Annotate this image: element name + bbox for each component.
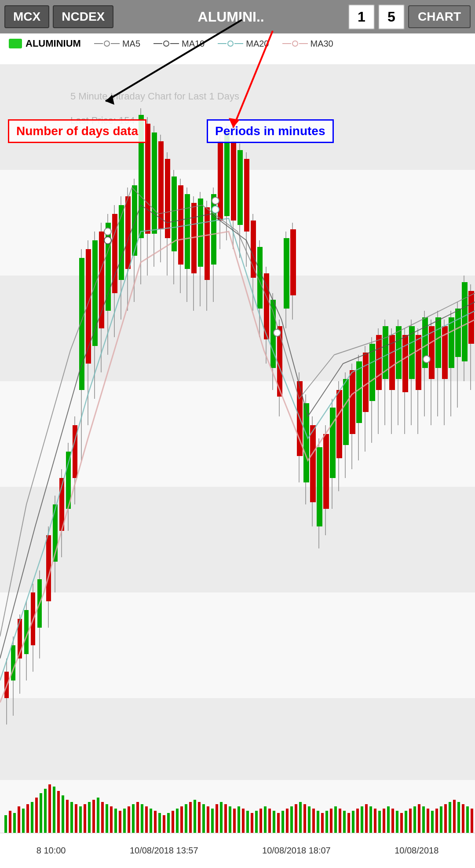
svg-rect-225 [339, 809, 341, 833]
svg-rect-74 [224, 132, 230, 216]
ma30-legend: MA30 [282, 39, 333, 49]
svg-rect-44 [125, 196, 131, 269]
time-label-3: 10/08/2018 [395, 846, 438, 856]
svg-rect-215 [295, 804, 297, 833]
ncdex-button[interactable]: NCDEX [53, 5, 113, 28]
svg-rect-66 [198, 199, 203, 267]
red-annotation-box: Number of days data [8, 119, 146, 143]
mcx-button[interactable]: MCX [4, 5, 49, 28]
svg-rect-5 [0, 592, 475, 698]
legend-row: ALUMINIUM MA5 MA10 MA20 [0, 33, 475, 54]
svg-rect-158 [44, 789, 47, 833]
svg-rect-235 [383, 809, 385, 833]
svg-rect-204 [246, 811, 249, 833]
svg-rect-138 [435, 317, 441, 368]
chart-title: 5 Minute Intraday Chart for Last 1 Days [70, 91, 239, 102]
svg-rect-228 [352, 811, 354, 833]
svg-rect-161 [57, 791, 60, 833]
volume-area [0, 780, 475, 833]
time-label-1: 10/08/2018 13:57 [130, 846, 198, 856]
red-annotation-text: Number of days data [16, 124, 138, 138]
svg-rect-94 [290, 229, 296, 295]
svg-rect-102 [317, 447, 322, 526]
svg-rect-92 [284, 238, 289, 309]
svg-rect-169 [92, 800, 95, 833]
ma10-label: MA10 [182, 39, 205, 49]
ma30-label: MA30 [311, 39, 333, 49]
svg-rect-248 [440, 806, 442, 833]
volume-chart [0, 780, 475, 833]
svg-rect-197 [216, 804, 218, 833]
svg-rect-173 [110, 806, 113, 833]
svg-rect-247 [435, 809, 438, 833]
svg-rect-166 [79, 806, 82, 833]
svg-rect-168 [88, 802, 91, 833]
svg-rect-180 [141, 804, 143, 833]
svg-rect-144 [455, 309, 461, 357]
svg-rect-181 [145, 806, 148, 833]
svg-rect-162 [62, 795, 64, 833]
svg-rect-231 [365, 804, 368, 833]
svg-rect-170 [97, 798, 99, 833]
svg-rect-234 [378, 811, 381, 833]
svg-rect-80 [244, 159, 249, 232]
svg-rect-221 [321, 813, 324, 833]
ma20-line [218, 40, 243, 47]
svg-rect-62 [185, 194, 190, 269]
svg-rect-159 [48, 784, 51, 833]
svg-rect-254 [466, 806, 469, 833]
periods-value[interactable]: 5 [378, 4, 405, 29]
svg-rect-240 [405, 811, 407, 833]
svg-rect-186 [167, 813, 170, 833]
svg-rect-112 [350, 370, 355, 434]
svg-rect-176 [123, 809, 126, 833]
svg-rect-211 [277, 813, 280, 833]
svg-rect-156 [35, 798, 38, 833]
ma-circle-3 [212, 206, 219, 213]
chart-button[interactable]: CHART [408, 5, 471, 28]
svg-rect-243 [418, 804, 420, 833]
svg-rect-239 [400, 813, 403, 833]
svg-rect-128 [402, 335, 408, 392]
ma-circle-5 [274, 329, 281, 336]
ma-circle-2 [104, 228, 111, 235]
svg-rect-154 [26, 804, 29, 833]
svg-rect-4 [0, 487, 475, 592]
svg-rect-108 [336, 390, 342, 458]
ma10-legend: MA10 [153, 39, 205, 49]
svg-rect-106 [330, 408, 336, 478]
svg-rect-255 [471, 809, 473, 833]
svg-rect-251 [453, 800, 456, 833]
ma-circle-6 [423, 356, 430, 363]
svg-rect-157 [40, 793, 42, 833]
svg-rect-142 [449, 317, 454, 368]
svg-rect-175 [119, 811, 121, 833]
ma-circle-4 [212, 197, 219, 204]
ma20-label: MA20 [246, 39, 269, 49]
svg-rect-164 [70, 802, 73, 833]
svg-rect-238 [396, 811, 398, 833]
svg-rect-160 [53, 787, 55, 833]
svg-rect-152 [18, 806, 20, 833]
svg-rect-250 [449, 802, 451, 833]
svg-rect-78 [238, 150, 243, 225]
svg-rect-150 [9, 811, 11, 833]
svg-rect-227 [347, 813, 350, 833]
svg-rect-253 [462, 804, 464, 833]
svg-rect-241 [409, 809, 412, 833]
svg-rect-136 [429, 326, 435, 379]
svg-rect-132 [416, 335, 421, 390]
blue-annotation-text: Periods in minutes [215, 124, 325, 138]
svg-rect-207 [259, 809, 262, 833]
symbol-color-dot [9, 39, 22, 48]
svg-rect-177 [128, 806, 130, 833]
svg-rect-232 [369, 806, 372, 833]
header-bar: MCX NCDEX ALUMINI.. 1 5 CHART [0, 0, 475, 33]
svg-rect-182 [150, 809, 152, 833]
svg-rect-201 [233, 809, 236, 833]
svg-rect-189 [180, 806, 183, 833]
svg-rect-191 [189, 802, 192, 833]
svg-rect-82 [251, 221, 256, 278]
svg-rect-213 [286, 809, 289, 833]
days-value[interactable]: 1 [348, 4, 375, 29]
